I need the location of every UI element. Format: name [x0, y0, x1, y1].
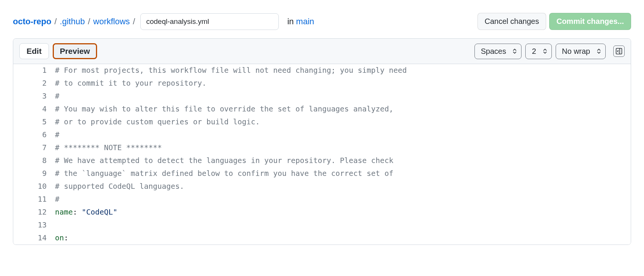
indent-size-select[interactable]: 2	[525, 44, 551, 59]
svg-rect-0	[616, 49, 622, 54]
line-content: # We have attempted to detect the langua…	[55, 154, 631, 167]
breadcrumb-path-github[interactable]: .github	[60, 17, 85, 27]
indent-mode-value: Spaces	[481, 47, 506, 56]
line-number: 5	[13, 116, 55, 129]
line-number: 4	[13, 103, 55, 116]
tab-group: Edit Preview	[19, 43, 97, 59]
breadcrumb-sep: /	[53, 17, 57, 27]
line-content: #	[55, 129, 631, 141]
line-content	[55, 219, 631, 232]
line-content: # the `language` matrix defined below to…	[55, 167, 631, 180]
code-editor[interactable]: 1# For most projects, this workflow file…	[13, 64, 631, 245]
code-line[interactable]: 10# supported CodeQL languages.	[13, 180, 631, 193]
line-content: on:	[55, 232, 631, 245]
line-number: 12	[13, 206, 55, 219]
breadcrumb-repo[interactable]: octo-repo	[13, 17, 51, 27]
in-label: in	[287, 17, 294, 27]
editor-toolbar: Edit Preview Spaces 2 No wrap	[13, 39, 631, 64]
line-content: # For most projects, this workflow file …	[55, 64, 631, 77]
branch-link[interactable]: main	[296, 17, 314, 27]
line-number: 11	[13, 193, 55, 206]
chevron-updown-icon	[543, 49, 547, 54]
cancel-changes-button[interactable]: Cancel changes	[478, 13, 546, 30]
indent-mode-select[interactable]: Spaces	[474, 44, 522, 59]
chevron-updown-icon	[513, 49, 517, 54]
line-content: # ******** NOTE ********	[55, 141, 631, 154]
filename-input[interactable]	[140, 13, 279, 30]
code-line[interactable]: 5# or to provide custom queries or build…	[13, 116, 631, 129]
breadcrumb-path-workflows[interactable]: workflows	[93, 17, 130, 27]
line-number: 3	[13, 90, 55, 103]
code-line[interactable]: 9# the `language` matrix defined below t…	[13, 167, 631, 180]
commit-changes-button[interactable]: Commit changes...	[549, 13, 631, 30]
indent-size-value: 2	[532, 47, 536, 56]
breadcrumb: octo-repo / .github / workflows / in mai…	[13, 13, 314, 30]
line-number: 10	[13, 180, 55, 193]
tab-preview[interactable]: Preview	[53, 43, 97, 59]
line-number: 2	[13, 77, 55, 90]
line-number: 7	[13, 141, 55, 154]
line-content: # supported CodeQL languages.	[55, 180, 631, 193]
line-content: # or to provide custom queries or build …	[55, 116, 631, 129]
code-line[interactable]: 11#	[13, 193, 631, 206]
code-line[interactable]: 8# We have attempted to detect the langu…	[13, 154, 631, 167]
line-number: 1	[13, 64, 55, 77]
line-number: 13	[13, 219, 55, 232]
code-line[interactable]: 7# ******** NOTE ********	[13, 141, 631, 154]
code-line[interactable]: 3#	[13, 90, 631, 103]
chevron-updown-icon	[597, 49, 601, 54]
code-line[interactable]: 6#	[13, 129, 631, 141]
tab-edit[interactable]: Edit	[19, 43, 49, 59]
code-line[interactable]: 4# You may wish to alter this file to ov…	[13, 103, 631, 116]
line-content: # You may wish to alter this file to ove…	[55, 103, 631, 116]
breadcrumb-sep: /	[87, 17, 91, 27]
code-line[interactable]: 12name: "CodeQL"	[13, 206, 631, 219]
line-content: #	[55, 193, 631, 206]
line-number: 9	[13, 167, 55, 180]
file-header: octo-repo / .github / workflows / in mai…	[13, 13, 631, 30]
toggle-panel-button[interactable]	[613, 45, 625, 57]
editor-frame: Edit Preview Spaces 2 No wrap	[13, 38, 631, 245]
code-line[interactable]: 14on:	[13, 232, 631, 245]
line-number: 14	[13, 232, 55, 245]
code-line[interactable]: 13	[13, 219, 631, 232]
line-content: #	[55, 90, 631, 103]
code-line[interactable]: 1# For most projects, this workflow file…	[13, 64, 631, 77]
breadcrumb-sep: /	[132, 17, 136, 27]
code-line[interactable]: 2# to commit it to your repository.	[13, 77, 631, 90]
line-number: 8	[13, 154, 55, 167]
line-content: name: "CodeQL"	[55, 206, 631, 219]
wrap-mode-value: No wrap	[562, 47, 590, 56]
panel-icon	[616, 48, 622, 55]
line-content: # to commit it to your repository.	[55, 77, 631, 90]
wrap-mode-select[interactable]: No wrap	[556, 44, 606, 59]
line-number: 6	[13, 129, 55, 141]
